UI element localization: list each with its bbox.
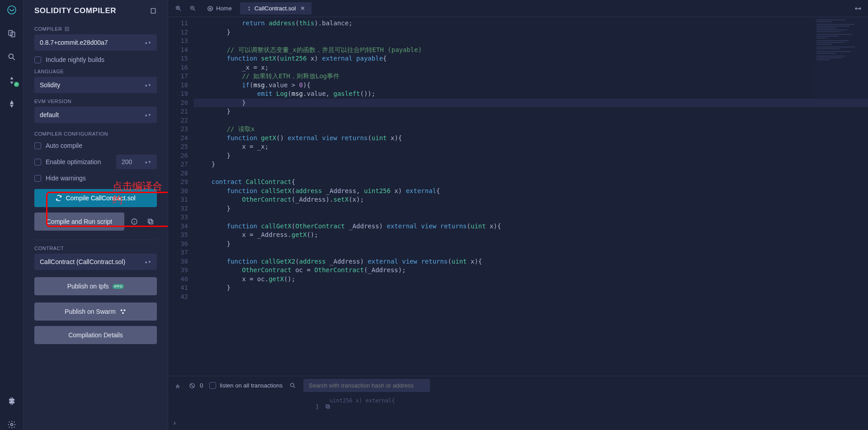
compiler-label: COMPILER [34, 26, 157, 32]
icon-sidebar: ✓ [0, 0, 24, 430]
hide-warnings-label: Hide warnings [46, 175, 86, 182]
terminal-prompt-icon[interactable]: › [174, 419, 176, 426]
svg-point-15 [209, 8, 211, 9]
solidity-file-icon [246, 6, 252, 11]
hide-warnings-checkbox[interactable] [34, 175, 41, 182]
terminal-search-input[interactable] [303, 379, 430, 392]
compilation-details-button[interactable]: Compilation Details [34, 326, 157, 344]
svg-point-37 [291, 383, 294, 387]
zoom-out-icon[interactable] [186, 2, 199, 15]
optimization-runs-input[interactable]: 200 ▲▼ [116, 155, 157, 169]
chevron-updown-icon: ▲▼ [144, 84, 151, 87]
main-area: Home CallContract.sol ✕ 1112131415161718… [168, 0, 868, 430]
panel-title: SOLIDITY COMPILER [34, 6, 116, 15]
file-explorer-icon[interactable] [6, 28, 17, 39]
auto-compile-checkbox[interactable] [34, 142, 41, 149]
plugin-icon[interactable] [6, 396, 17, 406]
close-tab-icon[interactable]: ✕ [300, 5, 305, 12]
optimization-checkbox[interactable] [34, 159, 41, 165]
terminal: 0 listen on all transactions uint256 x) … [168, 376, 868, 430]
config-label: COMPILER CONFIGURATION [34, 131, 157, 137]
docs-icon[interactable] [150, 7, 157, 14]
compile-run-button[interactable]: Compile and Run script [34, 213, 124, 231]
evm-label: EVM VERSION [34, 99, 157, 104]
editor-tabs: Home CallContract.sol ✕ [168, 0, 868, 17]
publish-ipfs-button[interactable]: Publish on Ipfs IPFS [34, 277, 157, 295]
contract-select[interactable]: CallContract (CallContract.sol) ▲▼ [34, 254, 157, 270]
expand-icon[interactable] [852, 2, 864, 15]
tab-file[interactable]: CallContract.sol ✕ [240, 2, 312, 14]
code-editor[interactable]: 1112131415161718192021222324252627282930… [168, 17, 868, 376]
terminal-clear-icon[interactable] [188, 382, 196, 390]
optimization-label: Enable optimization [46, 158, 101, 165]
svg-point-3 [9, 54, 13, 58]
zoom-in-icon[interactable] [172, 2, 184, 15]
svg-rect-38 [327, 406, 330, 408]
terminal-toggle-icon[interactable] [174, 382, 182, 390]
listen-checkbox[interactable] [209, 382, 216, 389]
compile-button[interactable]: Compile CallContract.sol [34, 189, 157, 207]
auto-compile-label: Auto compile [46, 142, 82, 149]
svg-point-14 [208, 6, 213, 11]
deploy-icon[interactable] [6, 99, 17, 109]
code-content[interactable]: return address(this).balance; } // 可以调整状… [193, 17, 868, 376]
chevron-updown-icon: ▲▼ [144, 41, 151, 44]
line-gutter: 1112131415161718192021222324252627282930… [168, 17, 193, 376]
svg-rect-7 [149, 220, 153, 224]
svg-point-0 [8, 6, 16, 14]
tab-home[interactable]: Home [201, 2, 238, 14]
language-label: LANGUAGE [34, 69, 157, 74]
svg-point-9 [121, 309, 123, 311]
search-icon[interactable] [6, 52, 17, 62]
svg-rect-2 [11, 32, 14, 37]
publish-swarm-button[interactable]: Publish on Swarm [34, 302, 157, 321]
terminal-output[interactable]: uint256 x) external{ ] [168, 395, 868, 416]
svg-point-10 [123, 309, 125, 311]
nightly-label: Include nightly builds [46, 56, 104, 63]
nightly-checkbox[interactable] [34, 57, 41, 63]
ipfs-badge-icon: IPFS [113, 284, 124, 289]
remix-logo-icon[interactable] [6, 5, 17, 15]
svg-rect-1 [9, 30, 12, 35]
settings-icon[interactable] [6, 419, 17, 430]
swarm-icon [119, 308, 127, 315]
svg-point-4 [10, 424, 13, 426]
chevron-updown-icon: ▲▼ [144, 161, 151, 164]
chevron-updown-icon: ▲▼ [144, 113, 151, 117]
pending-tx-count: 0 [200, 382, 203, 389]
chevron-updown-icon: ▲▼ [144, 260, 151, 264]
copy-output-icon[interactable] [325, 404, 330, 411]
svg-point-11 [122, 312, 124, 314]
compiler-panel: SOLIDITY COMPILER COMPILER 0.8.7+commit.… [24, 0, 168, 430]
svg-rect-8 [148, 219, 152, 223]
evm-select[interactable]: default ▲▼ [34, 107, 157, 123]
language-select[interactable]: Solidity ▲▼ [34, 77, 157, 93]
terminal-search-icon[interactable] [289, 382, 297, 390]
svg-rect-39 [326, 405, 329, 407]
listen-label: listen on all transactions [220, 382, 283, 389]
info-icon[interactable] [128, 215, 141, 228]
compiler-icon[interactable]: ✓ [6, 75, 17, 86]
home-icon [207, 5, 213, 12]
copy-icon[interactable] [144, 215, 157, 228]
contract-label: CONTRACT [34, 246, 157, 251]
compiler-select[interactable]: 0.8.7+commit.e28d00a7 ▲▼ [34, 34, 157, 51]
